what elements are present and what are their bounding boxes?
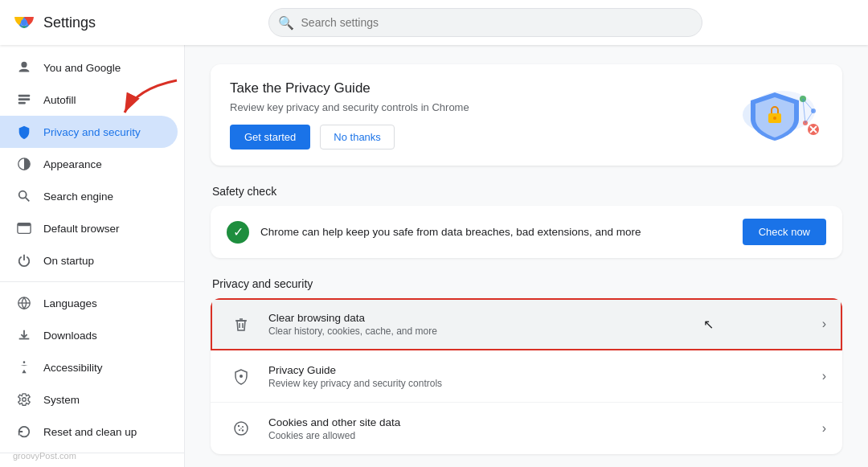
sidebar-label-appearance: Appearance (43, 158, 162, 170)
system-icon (16, 391, 32, 408)
sidebar-divider-1 (0, 281, 184, 282)
content-area: Take the Privacy Guide Review key privac… (185, 45, 868, 467)
sidebar-item-you-and-google[interactable]: You and Google (0, 51, 178, 84)
cookies-desc: Cookies are allowed (268, 430, 816, 441)
svg-point-13 (23, 361, 26, 363)
svg-point-3 (21, 19, 27, 26)
sidebar-label-default-browser: Default browser (43, 223, 162, 235)
safety-check-section-title: Safety check (211, 185, 842, 198)
sidebar-label-on-startup: On startup (43, 255, 162, 267)
app-title: Settings (43, 14, 96, 31)
banner-illustration (727, 83, 823, 147)
privacy-section: Clear browsing data Clear history, cooki… (211, 298, 842, 454)
sidebar-label-privacy-and-security: Privacy and security (43, 126, 162, 138)
sidebar-label-languages: Languages (43, 297, 162, 309)
browser-icon (16, 220, 32, 236)
search-engine-icon (16, 188, 32, 204)
banner-description: Review key privacy and security controls… (230, 101, 469, 113)
cookies-title: Cookies and other site data (268, 416, 816, 428)
svg-point-28 (240, 375, 243, 378)
svg-rect-6 (18, 102, 26, 104)
sidebar-label-reset: Reset and clean up (43, 426, 162, 438)
sidebar-label-you-and-google: You and Google (43, 62, 162, 74)
chevron-right-icon-privacy-guide: › (822, 369, 826, 383)
sidebar-item-reset-and-clean-up[interactable]: Reset and clean up (0, 416, 178, 448)
privacy-guide-text: Privacy Guide Review key privacy and sec… (268, 364, 816, 389)
svg-rect-11 (18, 223, 31, 227)
accessibility-icon (16, 359, 32, 375)
sidebar-item-default-browser[interactable]: Default browser (0, 212, 178, 244)
chrome-logo-icon (13, 11, 35, 34)
clear-browsing-data-title: Clear browsing data (268, 312, 816, 324)
cookies-text: Cookies and other site data Cookies are … (268, 416, 816, 441)
sidebar-label-system: System (43, 394, 162, 406)
sidebar-item-autofill[interactable]: Autofill (0, 84, 178, 116)
svg-rect-4 (18, 95, 30, 97)
power-icon (16, 252, 32, 268)
language-icon (16, 295, 32, 311)
banner-title: Take the Privacy Guide (230, 80, 469, 96)
sidebar-item-system[interactable]: System (0, 383, 178, 416)
chevron-right-icon-clear-browsing: › (822, 317, 826, 331)
sidebar-label-autofill: Autofill (43, 94, 162, 106)
watermark: groovyPost.com (13, 451, 76, 461)
svg-point-32 (239, 429, 240, 431)
privacy-section-title: Privacy and security (211, 277, 842, 290)
safety-check-card: ✓ Chrome can help keep you safe from dat… (211, 206, 842, 258)
clear-browsing-data-text: Clear browsing data Clear history, cooki… (268, 312, 816, 337)
privacy-guide-title: Privacy Guide (268, 364, 816, 376)
header: Settings 🔍 (0, 0, 868, 45)
privacy-item-privacy-guide[interactable]: Privacy Guide Review key privacy and sec… (211, 350, 842, 403)
download-icon (16, 327, 32, 343)
svg-point-33 (242, 429, 244, 431)
privacy-guide-desc: Review key privacy and security controls (268, 378, 816, 389)
svg-point-31 (242, 426, 244, 428)
autofill-icon (16, 92, 32, 108)
search-icon: 🔍 (278, 15, 294, 31)
safety-check-text: Chrome can help keep you safe from data … (260, 226, 641, 238)
svg-rect-5 (18, 98, 30, 100)
svg-point-14 (23, 398, 27, 402)
svg-line-9 (26, 198, 30, 202)
reset-icon (16, 424, 32, 440)
sidebar-label-accessibility: Accessibility (43, 362, 162, 374)
svg-point-18 (773, 117, 776, 120)
search-bar[interactable]: 🔍 (268, 8, 702, 37)
banner-content: Take the Privacy Guide Review key privac… (230, 80, 469, 150)
trash-icon (227, 309, 256, 338)
sidebar-item-search-engine[interactable]: Search engine (0, 180, 178, 212)
svg-point-30 (238, 425, 240, 427)
shield-icon (16, 124, 32, 140)
clear-browsing-data-desc: Clear history, cookies, cache, and more (268, 326, 816, 337)
check-now-button[interactable]: Check now (743, 219, 826, 245)
sidebar: You and Google Autofill Privacy and secu… (0, 45, 185, 467)
privacy-guide-icon (227, 362, 256, 391)
sidebar-item-privacy-and-security[interactable]: Privacy and security (0, 116, 178, 148)
safety-check-left: ✓ Chrome can help keep you safe from dat… (227, 221, 641, 244)
sidebar-item-languages[interactable]: Languages (0, 287, 178, 319)
appearance-icon (16, 156, 32, 172)
privacy-guide-banner: Take the Privacy Guide Review key privac… (211, 64, 842, 166)
logo-area: Settings (13, 11, 96, 34)
privacy-item-clear-browsing-data[interactable]: Clear browsing data Clear history, cooki… (211, 298, 842, 350)
sidebar-item-appearance[interactable]: Appearance (0, 148, 178, 180)
chevron-right-icon-cookies: › (822, 421, 826, 436)
safety-check-icon: ✓ (227, 221, 249, 244)
privacy-item-cookies[interactable]: Cookies and other site data Cookies are … (211, 403, 842, 454)
sidebar-label-downloads: Downloads (43, 330, 162, 342)
cookie-icon (227, 414, 256, 443)
get-started-button[interactable]: Get started (230, 125, 310, 150)
sidebar-item-downloads[interactable]: Downloads (0, 319, 178, 351)
sidebar-item-on-startup[interactable]: On startup (0, 244, 178, 277)
banner-buttons: Get started No thanks (230, 125, 469, 150)
sidebar-item-accessibility[interactable]: Accessibility (0, 351, 178, 383)
svg-point-8 (19, 191, 27, 199)
svg-point-34 (240, 428, 242, 429)
main-layout: You and Google Autofill Privacy and secu… (0, 45, 868, 467)
person-icon (16, 59, 32, 76)
no-thanks-button[interactable]: No thanks (320, 125, 395, 150)
sidebar-label-search-engine: Search engine (43, 190, 162, 203)
search-input[interactable] (268, 8, 702, 37)
banner-text: Take the Privacy Guide Review key privac… (230, 80, 469, 150)
